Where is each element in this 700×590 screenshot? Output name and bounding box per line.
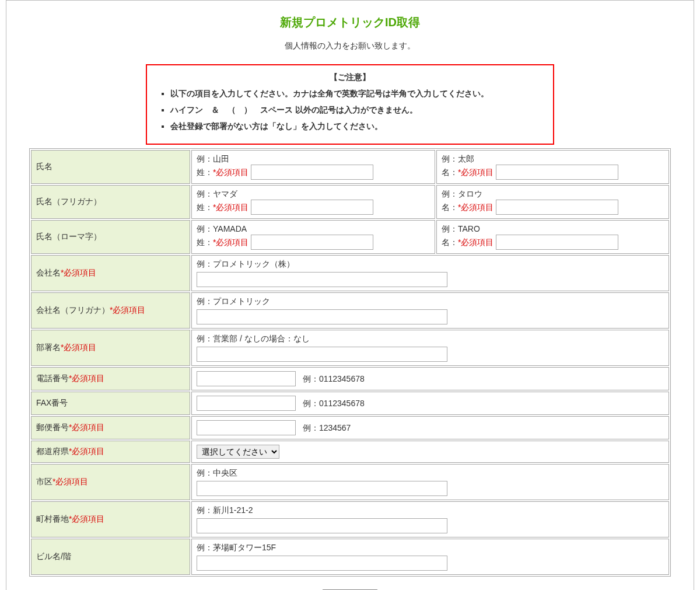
example-text: 例：0112345678 — [303, 399, 365, 408]
label-text: 都道府県 — [36, 446, 69, 456]
row-building: ビル名/階 例：茅場町タワー15F — [31, 539, 669, 575]
intro-text: 個人情報の入力をお願い致します。 — [6, 41, 694, 51]
prefix-given: 名： — [442, 203, 458, 212]
example-text: 例：0112345678 — [303, 374, 365, 383]
required-marker: *必須項目 — [69, 373, 104, 383]
example-text: 例：TARO — [442, 224, 480, 233]
cell-fax: 例：0112345678 — [191, 392, 669, 415]
select-prefecture[interactable]: 選択してください — [197, 445, 279, 459]
label-text: 電話番号 — [36, 373, 69, 383]
example-text: 例：太郎 — [442, 154, 474, 163]
notice-box: 【ご注意】 以下の項目を入力してください。カナは全角で英数字記号は半角で入力して… — [146, 64, 554, 145]
label-roman: 氏名（ローマ字） — [31, 220, 190, 254]
row-postal: 郵便番号*必須項目 例：1234567 — [31, 416, 669, 439]
cell-city: 例：中央区 — [191, 464, 669, 500]
example-text: 例：ヤマダ — [197, 189, 237, 198]
label-department: 部署名*必須項目 — [31, 330, 190, 366]
required-marker: *必須項目 — [213, 238, 249, 247]
example-text: 例：営業部 / なしの場合：なし — [197, 334, 664, 344]
input-name-surname[interactable] — [251, 165, 373, 180]
example-text: 例：プロメトリック（株） — [197, 259, 664, 270]
prefix-surname: 姓： — [197, 238, 213, 247]
row-company-kana: 会社名（フリガナ）*必須項目 例：プロメトリック — [31, 292, 669, 329]
cell-kana-surname: 例：ヤマダ 姓：*必須項目 — [191, 185, 435, 219]
required-marker: *必須項目 — [213, 203, 249, 212]
notice-item: 会社登録で部署がない方は「なし」を入力してください。 — [170, 121, 545, 132]
label-text: 会社名（フリガナ） — [36, 305, 110, 315]
label-name: 氏名 — [31, 150, 190, 184]
input-company[interactable] — [197, 272, 447, 287]
input-street[interactable] — [197, 518, 447, 533]
input-kana-given[interactable] — [496, 200, 618, 215]
row-tel: 電話番号*必須項目 例：0112345678 — [31, 367, 669, 390]
cell-roman-surname: 例：YAMADA 姓：*必須項目 — [191, 220, 435, 254]
required-marker: *必須項目 — [69, 446, 104, 456]
input-company-kana[interactable] — [197, 309, 447, 324]
form-page: 新規プロメトリックID取得 個人情報の入力をお願い致します。 【ご注意】 以下の… — [6, 0, 694, 590]
row-prefecture: 都道府県*必須項目 選択してください — [31, 441, 669, 463]
example-text: 例：1234567 — [303, 423, 351, 432]
prefix-surname: 姓： — [197, 203, 213, 212]
label-text: 町村番地 — [36, 514, 69, 523]
label-street: 町村番地*必須項目 — [31, 501, 190, 537]
label-text: 部署名 — [36, 343, 61, 352]
form-table: 氏名 例：山田 姓：*必須項目 例：太郎 名：*必須項目 氏名（フリガナ） 例：… — [29, 148, 671, 577]
row-department: 部署名*必須項目 例：営業部 / なしの場合：なし — [31, 330, 669, 366]
input-postal[interactable] — [197, 420, 296, 435]
cell-department: 例：営業部 / なしの場合：なし — [191, 330, 669, 366]
label-company: 会社名*必須項目 — [31, 255, 190, 291]
example-text: 例：山田 — [197, 154, 229, 163]
required-marker: *必須項目 — [110, 305, 145, 315]
input-building[interactable] — [197, 556, 447, 571]
label-text: 会社名 — [36, 268, 61, 277]
label-building: ビル名/階 — [31, 539, 190, 575]
required-marker: *必須項目 — [213, 167, 249, 177]
cell-company-kana: 例：プロメトリック — [191, 292, 669, 329]
cell-postal: 例：1234567 — [191, 416, 669, 439]
input-department[interactable] — [197, 347, 447, 362]
example-text: 例：プロメトリック — [197, 296, 664, 307]
cell-prefecture: 選択してください — [191, 441, 669, 463]
row-city: 市区*必須項目 例：中央区 — [31, 464, 669, 500]
label-text: 市区 — [36, 477, 52, 486]
row-fax: FAX番号 例：0112345678 — [31, 392, 669, 415]
input-roman-given[interactable] — [496, 235, 618, 250]
notice-item: ハイフン ＆ （ ） スペース 以外の記号は入力ができません。 — [170, 105, 545, 116]
input-kana-surname[interactable] — [251, 200, 373, 215]
required-marker: *必須項目 — [69, 423, 104, 432]
required-marker: *必須項目 — [61, 268, 96, 277]
prefix-given: 名： — [442, 238, 458, 247]
required-marker: *必須項目 — [458, 203, 494, 212]
label-tel: 電話番号*必須項目 — [31, 367, 190, 390]
row-name: 氏名 例：山田 姓：*必須項目 例：太郎 名：*必須項目 — [31, 150, 669, 184]
label-kana: 氏名（フリガナ） — [31, 185, 190, 219]
required-marker: *必須項目 — [69, 514, 104, 523]
label-fax: FAX番号 — [31, 392, 190, 415]
example-text: 例：中央区 — [197, 468, 664, 479]
required-marker: *必須項目 — [458, 238, 494, 247]
cell-tel: 例：0112345678 — [191, 367, 669, 390]
input-fax[interactable] — [197, 396, 296, 411]
row-company: 会社名*必須項目 例：プロメトリック（株） — [31, 255, 669, 291]
input-tel[interactable] — [197, 371, 296, 386]
label-city: 市区*必須項目 — [31, 464, 190, 500]
cell-name-surname: 例：山田 姓：*必須項目 — [191, 150, 435, 184]
notice-header: 【ご注意】 — [155, 72, 545, 83]
cell-street: 例：新川1-21-2 — [191, 501, 669, 537]
cell-company: 例：プロメトリック（株） — [191, 255, 669, 291]
label-prefecture: 都道府県*必須項目 — [31, 441, 190, 463]
input-name-given[interactable] — [496, 165, 618, 180]
notice-list: 以下の項目を入力してください。カナは全角で英数字記号は半角で入力してください。 … — [155, 89, 545, 132]
example-text: 例：YAMADA — [197, 224, 247, 233]
prefix-given: 名： — [442, 167, 458, 177]
example-text: 例：新川1-21-2 — [197, 505, 664, 516]
input-roman-surname[interactable] — [251, 235, 373, 250]
cell-roman-given: 例：TARO 名：*必須項目 — [436, 220, 669, 254]
required-marker: *必須項目 — [52, 477, 88, 486]
required-marker: *必須項目 — [458, 167, 494, 177]
page-title: 新規プロメトリックID取得 — [6, 15, 694, 30]
row-roman: 氏名（ローマ字） 例：YAMADA 姓：*必須項目 例：TARO 名：*必須項目 — [31, 220, 669, 254]
input-city[interactable] — [197, 481, 447, 496]
required-marker: *必須項目 — [61, 343, 96, 352]
label-postal: 郵便番号*必須項目 — [31, 416, 190, 439]
